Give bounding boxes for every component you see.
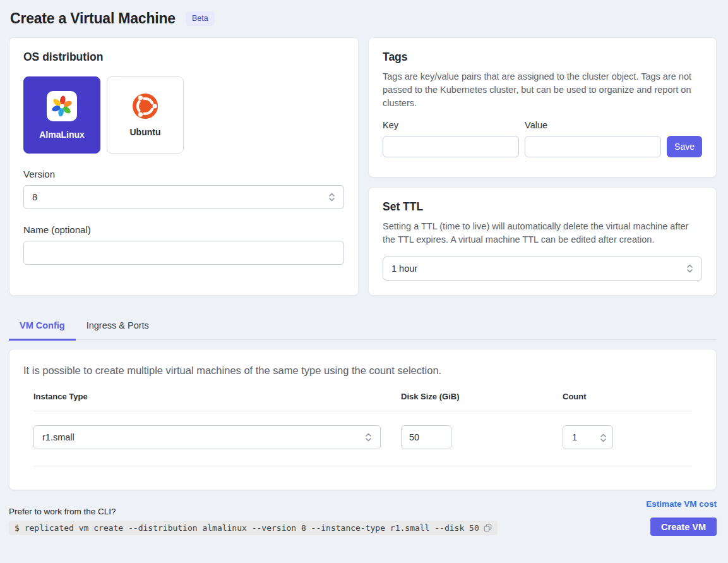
estimate-vm-cost-link[interactable]: Estimate VM cost (646, 499, 717, 509)
os-distribution-heading: OS distribution (23, 51, 344, 64)
column-disk-size: Disk Size (GiB) (401, 392, 563, 401)
ttl-description: Setting a TTL (time to live) will automa… (383, 220, 702, 246)
chevron-up-down-icon (686, 263, 693, 274)
vm-table-header: Instance Type Disk Size (GiB) Count (33, 392, 692, 411)
page-header: Create a Virtual Machine Beta (10, 10, 717, 27)
tags-description: Tags are key/value pairs that are assign… (383, 70, 702, 110)
vm-config-note: It is possible to create multiple virtua… (23, 365, 702, 377)
tab-ingress-ports[interactable]: Ingress & Ports (76, 312, 160, 341)
tag-value-input[interactable] (525, 136, 661, 157)
tab-vm-config[interactable]: VM Config (9, 312, 76, 341)
tag-key-label: Key (383, 120, 519, 130)
vm-table-row: r1.small (33, 411, 692, 466)
count-stepper[interactable] (563, 425, 613, 449)
instance-type-cell: r1.small (33, 425, 401, 449)
instance-type-select[interactable]: r1.small (33, 425, 381, 449)
vm-config-card: It is possible to create multiple virtua… (9, 349, 717, 490)
tag-value-field: Value (525, 120, 661, 157)
os-tile-almalinux[interactable]: AlmaLinux (23, 76, 100, 154)
os-tile-label-almalinux: AlmaLinux (39, 130, 85, 140)
column-instance-type: Instance Type (33, 392, 401, 401)
tag-key-input[interactable] (383, 136, 519, 157)
ttl-select-value: 1 hour (391, 263, 417, 274)
almalinux-logo-chip (47, 91, 77, 121)
column-count: Count (563, 392, 692, 401)
stepper-chevrons-icon[interactable] (600, 432, 607, 444)
cli-command-text: $ replicated vm create --distribution al… (15, 523, 479, 533)
tags-kv-row: Key Value Save (383, 120, 702, 157)
create-vm-button[interactable]: Create VM (650, 518, 717, 536)
os-tile-list: AlmaLinux (23, 76, 344, 154)
ttl-select[interactable]: 1 hour (383, 257, 702, 281)
cli-prompt-text: Prefer to work from the CLI? (9, 507, 717, 516)
top-row: OS distribution Alma (9, 37, 717, 296)
right-column: Tags Tags are key/value pairs that are a… (368, 37, 717, 296)
chevron-up-down-icon (365, 432, 372, 443)
footer-actions: Estimate VM cost Create VM (646, 498, 717, 536)
page-footer: Estimate VM cost Create VM Prefer to wor… (9, 495, 717, 563)
version-label: Version (23, 169, 344, 179)
create-vm-page: Create a Virtual Machine Beta OS distrib… (0, 0, 728, 563)
tag-key-field: Key (383, 120, 519, 157)
ubuntu-icon (133, 94, 158, 119)
os-tile-ubuntu[interactable]: Ubuntu (107, 76, 184, 154)
cli-section: Prefer to work from the CLI? $ replicate… (9, 495, 717, 535)
ttl-heading: Set TTL (383, 200, 702, 214)
name-input[interactable] (23, 241, 344, 265)
name-label: Name (optional) (23, 224, 344, 235)
version-select[interactable]: 8 (23, 185, 344, 209)
set-ttl-card: Set TTL Setting a TTL (time to live) wil… (368, 187, 717, 296)
save-tag-button[interactable]: Save (667, 136, 702, 157)
almalinux-icon (51, 95, 73, 117)
version-select-value: 8 (32, 192, 37, 202)
tab-bar: VM Config Ingress & Ports (9, 312, 717, 340)
os-tile-label-ubuntu: Ubuntu (130, 127, 161, 137)
chevron-up-down-icon (328, 191, 335, 203)
beta-badge: Beta (186, 11, 215, 26)
instance-type-value: r1.small (42, 432, 75, 442)
os-distribution-card: OS distribution Alma (9, 37, 359, 296)
page-title: Create a Virtual Machine (10, 10, 176, 27)
disk-size-cell (401, 425, 563, 449)
copy-icon[interactable] (484, 524, 492, 532)
count-input[interactable] (563, 432, 596, 442)
count-cell (563, 425, 692, 449)
tags-heading: Tags (383, 51, 702, 64)
cli-command-chip: $ replicated vm create --distribution al… (9, 521, 498, 535)
disk-size-input[interactable] (401, 425, 451, 449)
vm-instance-table: Instance Type Disk Size (GiB) Count r1.s… (23, 392, 702, 466)
tags-card: Tags Tags are key/value pairs that are a… (368, 37, 717, 178)
tag-value-label: Value (525, 120, 661, 130)
